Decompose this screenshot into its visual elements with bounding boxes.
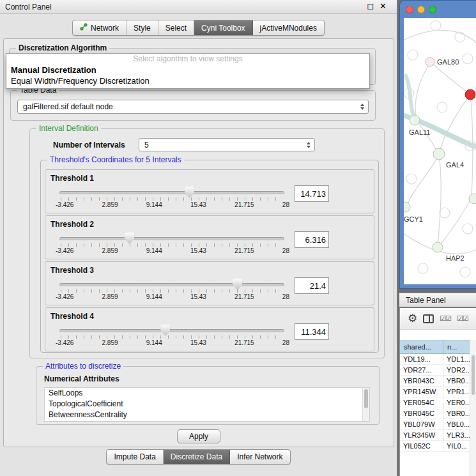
table-row[interactable]: YIL052CYIL0... (400, 441, 470, 452)
tab-cyni-toolbox[interactable]: Cyni Toolbox (194, 20, 252, 35)
list-item: 2.859 (102, 201, 118, 208)
tab-impute-data[interactable]: Impute Data (107, 450, 163, 464)
tab-style[interactable]: Style (127, 20, 158, 35)
node-label: GCY1 (404, 215, 423, 223)
number-of-intervals-label: Number of Intervals (53, 141, 125, 150)
slider-track[interactable] (59, 329, 284, 332)
list-item: 28 (282, 293, 289, 300)
network-canvas[interactable]: GAL80 GAL11 GAL4 GCY1 HAP2 (404, 18, 476, 284)
desktop: Control Panel ◻ ✕ Network Style Select C… (0, 0, 476, 476)
checkbox-select-icon[interactable]: ☑☑ (457, 314, 468, 323)
table-row[interactable]: YBL079WYBL0... (400, 419, 470, 430)
threshold-3-value-field[interactable] (295, 277, 329, 294)
slider-track[interactable] (59, 283, 284, 286)
slider-thumb[interactable] (160, 325, 170, 336)
attribute-list-item[interactable]: SelfLoops (45, 388, 369, 399)
threshold-2-value-field[interactable] (295, 231, 329, 248)
slider-scale-labels: -3.4262.8599.14415.4321.71528 (56, 293, 289, 300)
table-row[interactable]: YBR045CYBR0... (400, 408, 470, 419)
network-view-window[interactable]: GAL80 GAL11 GAL4 GCY1 HAP2 (399, 0, 476, 289)
tab-discretize-data[interactable]: Discretize Data (164, 450, 230, 464)
slider-track[interactable] (59, 191, 284, 194)
slider-thumb[interactable] (125, 233, 134, 244)
thresholds-group: Threshold's Coordinates for 5 Intervals … (40, 160, 379, 353)
control-panel-titlebar[interactable]: Control Panel ◻ ✕ (0, 0, 397, 14)
table-scrollbar[interactable] (470, 340, 476, 476)
table-panel-header[interactable]: Table Panel (399, 293, 476, 307)
apply-button[interactable]: Apply (177, 429, 220, 443)
attributes-group: Attributes to discretize Numerical Attri… (36, 366, 380, 425)
attribute-list-item[interactable]: TopologicalCoefficient (45, 399, 369, 410)
threshold-2-slider[interactable]: -3.4262.8599.14415.4321.71528 (59, 233, 284, 258)
table-row[interactable]: YLR345WYLR3... (400, 430, 470, 441)
table-row[interactable]: YPR145WYPR1... (400, 387, 470, 397)
minimize-icon[interactable]: ◻ (367, 1, 374, 11)
table-row[interactable]: YBR043CYBR0... (400, 376, 470, 387)
table-data-group: Table Data galFiltered.sif default node (10, 90, 376, 121)
tab-infer-network[interactable]: Infer Network (230, 450, 289, 464)
threshold-3-label: Threshold 3 (50, 266, 94, 275)
scrollbar-thumb[interactable] (472, 355, 475, 395)
node-hap2[interactable] (433, 242, 443, 252)
table-panel-toolbar: ⚙ ☑☑ ☑☑ (400, 308, 476, 330)
attributes-scrollbar[interactable] (362, 388, 369, 421)
list-item: 28 (282, 201, 289, 208)
tab-jactivemnodules[interactable]: jActiveMNodules (253, 20, 324, 35)
list-item: 21.715 (234, 339, 254, 346)
table-row[interactable]: YDL19...YDL1... (400, 354, 470, 365)
list-item: 9.144 (146, 339, 162, 346)
node-gcy1[interactable] (404, 202, 410, 212)
list-item: 9.144 (146, 247, 162, 254)
slider-thumb[interactable] (233, 279, 242, 290)
attribute-list-item[interactable]: BetweennessCentrality (45, 410, 369, 420)
table-header-row: shared... n... (400, 340, 476, 354)
table-columns-icon[interactable] (423, 314, 434, 323)
number-of-intervals-combo[interactable]: 5 (139, 138, 315, 151)
table-row[interactable]: YDR27...YDR2... (400, 365, 470, 376)
spinner-icon (360, 104, 364, 110)
node-gal4[interactable] (433, 148, 445, 160)
tab-select[interactable]: Select (158, 20, 194, 35)
number-of-intervals-value: 5 (144, 141, 149, 150)
list-item: -3.426 (56, 247, 73, 254)
minimize-traffic-icon[interactable] (417, 6, 425, 13)
slider-track[interactable] (59, 237, 284, 240)
top-tab-bar: Network Style Select Cyni Toolbox jActiv… (72, 20, 325, 36)
list-item: 15.43 (190, 339, 206, 346)
dropdown-option-equal-width[interactable]: Equal Width/Frequency Discretization (6, 75, 369, 86)
list-item: 2.859 (102, 339, 118, 346)
scrollbar-thumb[interactable] (364, 389, 368, 408)
node-selected-red[interactable] (465, 89, 475, 100)
threshold-4-slider[interactable]: -3.4262.8599.14415.4321.71528 (59, 325, 284, 350)
threshold-1-label: Threshold 1 (50, 174, 94, 183)
checkbox-filter-icon[interactable]: ☑☑ (440, 314, 451, 323)
threshold-3-slider[interactable]: -3.4262.8599.14415.4321.71528 (59, 279, 284, 304)
slider-scale-labels: -3.4262.8599.14415.4321.71528 (56, 247, 289, 254)
tab-network[interactable]: Network (73, 20, 127, 35)
column-header-shared-name[interactable]: shared... (400, 341, 443, 353)
numerical-attributes-list[interactable]: SelfLoopsTopologicalCoefficientBetweenne… (44, 387, 370, 422)
table-rows: YDL19...YDL1... YDR27...YDR2... YBR043CY… (400, 354, 470, 476)
threshold-1-value-field[interactable] (295, 185, 329, 202)
node-gal11[interactable] (410, 115, 420, 125)
threshold-1-slider[interactable]: -3.4262.8599.14415.4321.71528 (59, 187, 284, 212)
node-label: GAL4 (446, 161, 464, 169)
table-row[interactable]: YER054CYER0... (400, 397, 470, 408)
algorithm-placeholder: Select algorithm to view settings (6, 54, 369, 65)
close-traffic-icon[interactable] (406, 6, 413, 13)
dropdown-option-manual[interactable]: Manual Discretization (6, 65, 369, 75)
window-title: Control Panel (5, 3, 52, 12)
node-edge-cut[interactable] (469, 194, 476, 204)
network-tab-icon (80, 23, 88, 33)
close-icon[interactable]: ✕ (380, 1, 387, 11)
slider-thumb[interactable] (185, 187, 194, 198)
threshold-4-value-field[interactable] (295, 323, 329, 340)
control-panel-window: Control Panel ◻ ✕ Network Style Select C… (0, 0, 397, 476)
interval-definition-group: Interval Definition Number of Intervals … (29, 128, 385, 358)
zoom-traffic-icon[interactable] (429, 6, 436, 13)
table-data-combo[interactable]: galFiltered.sif default node (17, 100, 369, 114)
node-gal80[interactable] (426, 58, 434, 66)
gear-icon[interactable]: ⚙ (408, 313, 417, 324)
numerical-attributes-label: Numerical Attributes (44, 374, 119, 383)
interval-definition-label: Interval Definition (36, 124, 101, 133)
